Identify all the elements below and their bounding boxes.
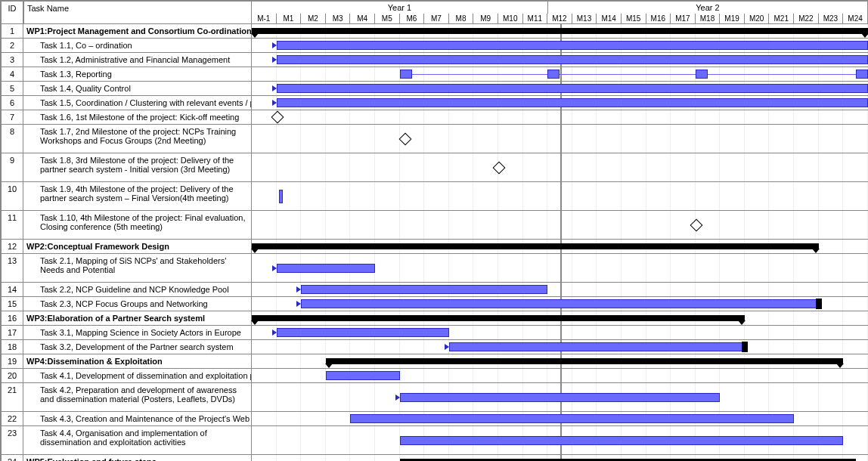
task-name: Task 1.2, Administrative and Financial M… (23, 53, 252, 67)
milestone-marker[interactable] (271, 111, 284, 124)
year-header: Year 1 (252, 2, 548, 14)
task-name: Task 1.5, Coordination / Clustering with… (23, 96, 252, 110)
task-bar[interactable] (400, 393, 721, 402)
task-row: 15Task 2.3, NCP Focus Groups and Network… (1, 297, 868, 311)
timeline-header: Year 1Year 2 M-1M1M2M3M4M5M6M7M8M9M10M11… (252, 1, 868, 24)
task-name: Task 1.8, 3rd Milestone of the project: … (23, 153, 252, 182)
month-header: M3 (326, 14, 351, 23)
task-bar[interactable] (277, 84, 868, 93)
task-name: Task 4.2, Preparation and development of… (23, 383, 252, 412)
row-id: 5 (1, 82, 23, 96)
month-header: M24 (843, 14, 868, 23)
task-bar[interactable] (696, 70, 708, 79)
end-cap (816, 299, 822, 309)
gantt-lane (252, 297, 868, 311)
milestone-marker[interactable] (690, 218, 702, 231)
milestone-tick[interactable] (279, 190, 283, 203)
task-name: Task 4.4, Organisation and implementatio… (23, 426, 252, 455)
task-row: 22Task 4.3, Creation and Maintenance of … (1, 412, 868, 426)
task-name: Task 2.1, Mapping of SiS NCPs' and Stake… (23, 254, 252, 283)
row-id: 17 (1, 326, 23, 340)
month-header: M5 (375, 14, 400, 23)
summary-bar (252, 315, 745, 321)
task-row: 7Task 1.6, 1st Milestone of the project:… (1, 110, 868, 125)
task-bar[interactable] (400, 436, 844, 445)
row-id: 21 (1, 383, 23, 412)
task-name: Task 4.1, Development of dissemination a… (23, 369, 252, 383)
task-name: WP4:Dissemination & Exploitation (23, 354, 252, 369)
task-name: Task 1.7, 2nd Milestone of the project: … (23, 125, 252, 153)
task-name: Task 1.6, 1st Milestone of the project: … (23, 110, 252, 125)
task-name: Task 1.4, Quality Control (23, 82, 252, 96)
task-bar[interactable] (326, 371, 400, 380)
row-id: 2 (1, 39, 23, 53)
row-id: 22 (1, 412, 23, 426)
task-name: WP1:Project Management and Consortium Co… (23, 24, 252, 39)
task-name: Task 1.10, 4th Milestone of the project:… (23, 211, 252, 240)
month-header: M10 (498, 14, 523, 23)
header-row: ID Task Name Year 1Year 2 M-1M1M2M3M4M5M… (1, 1, 868, 24)
task-row: 21Task 4.2, Preparation and development … (1, 383, 868, 412)
task-bar[interactable] (277, 41, 868, 50)
task-bar[interactable] (277, 328, 449, 337)
row-id: 19 (1, 354, 23, 369)
row-id: 20 (1, 369, 23, 383)
month-header: M21 (769, 14, 794, 23)
gantt-lane (252, 455, 868, 461)
task-name: Task 4.3, Creation and Maintenance of th… (23, 412, 252, 426)
milestone-marker[interactable] (493, 161, 506, 174)
task-row: 4Task 1.3, Reporting (1, 67, 868, 82)
milestone-marker[interactable] (399, 132, 412, 145)
task-row: 5Task 1.4, Quality Control (1, 82, 868, 96)
task-row: 6Task 1.5, Coordination / Clustering wit… (1, 96, 868, 110)
task-bar[interactable] (277, 55, 868, 64)
task-row: 14Task 2.2, NCP Guideline and NCP Knowle… (1, 283, 868, 297)
task-name: WP5:Evaluation and future steps (23, 455, 252, 461)
task-row: 10Task 1.9, 4th Milestone of the project… (1, 182, 868, 211)
gantt-lane (252, 354, 868, 369)
gantt-lane (252, 383, 868, 412)
month-header: M9 (473, 14, 498, 23)
row-id: 12 (1, 240, 23, 254)
month-header: M2 (301, 14, 326, 23)
gantt-lane (252, 326, 868, 340)
row-id: 6 (1, 96, 23, 110)
month-header: M1 (277, 14, 302, 23)
gantt-lane (252, 340, 868, 354)
task-bar[interactable] (350, 414, 794, 423)
row-id: 7 (1, 110, 23, 125)
row-id: 15 (1, 297, 23, 311)
row-id: 9 (1, 153, 23, 182)
task-bar[interactable] (301, 285, 547, 294)
gantt-chart: ID Task Name Year 1Year 2 M-1M1M2M3M4M5M… (0, 0, 868, 461)
month-header: M4 (350, 14, 375, 23)
task-name: WP3:Elaboration of a Partner Search syst… (23, 311, 252, 326)
row-id: 11 (1, 211, 23, 240)
task-bar[interactable] (301, 299, 819, 308)
task-bar[interactable] (856, 70, 868, 79)
task-name: WP2:Conceptual Framework Design (23, 240, 252, 254)
month-header: M13 (572, 14, 597, 23)
task-bar[interactable] (400, 70, 412, 79)
summary-row: 12WP2:Conceptual Framework Design (1, 240, 868, 254)
task-bar[interactable] (449, 342, 745, 351)
task-bar[interactable] (277, 264, 375, 273)
month-header: M6 (400, 14, 425, 23)
end-cap (742, 342, 748, 352)
task-name: Task 1.3, Reporting (23, 67, 252, 82)
task-row: 3Task 1.2, Administrative and Financial … (1, 53, 868, 67)
task-bar[interactable] (277, 98, 868, 107)
summary-row: 1WP1:Project Management and Consortium C… (1, 24, 868, 39)
task-row: 13Task 2.1, Mapping of SiS NCPs' and Sta… (1, 254, 868, 283)
row-id: 4 (1, 67, 23, 82)
row-id: 14 (1, 283, 23, 297)
row-id: 1 (1, 24, 23, 39)
task-bar[interactable] (547, 70, 560, 79)
gantt-lane (252, 240, 868, 254)
month-header: M7 (424, 14, 449, 23)
gantt-lane (252, 153, 868, 182)
month-header: M14 (597, 14, 622, 23)
month-header: M11 (523, 14, 548, 23)
gantt-lane (252, 211, 868, 240)
task-row: 11Task 1.10, 4th Milestone of the projec… (1, 211, 868, 240)
